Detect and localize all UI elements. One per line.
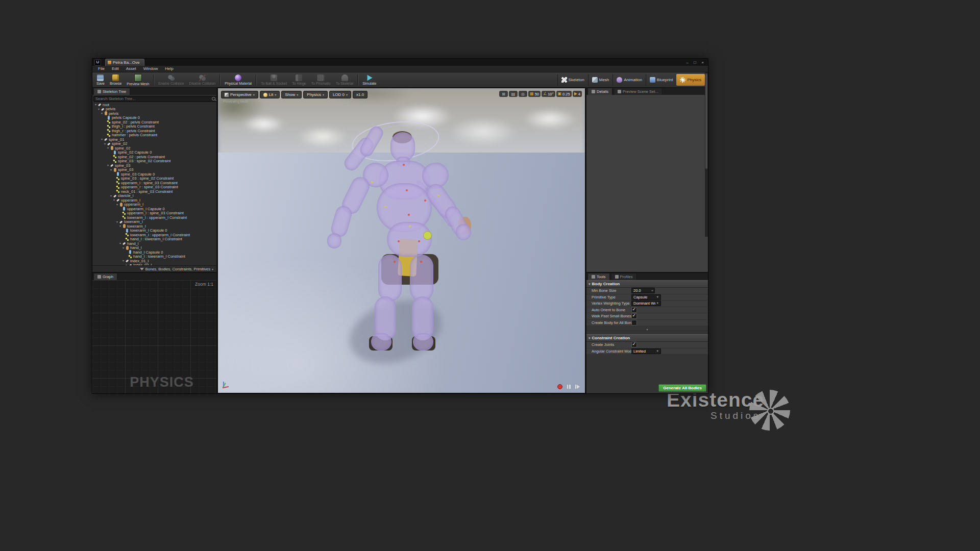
viewport-button[interactable]: Perspective: [221, 91, 258, 98]
maximize-button[interactable]: □: [691, 59, 699, 66]
toolbar-button[interactable]: To Prismatic: [309, 72, 333, 87]
expander-icon[interactable]: ▾: [115, 203, 119, 207]
generate-all-bodies-button[interactable]: Generate All Bodies: [658, 384, 706, 392]
tree-item[interactable]: ▾ spine_02: [92, 142, 216, 146]
tree-item[interactable]: spine_02 Capsule 0: [92, 151, 216, 155]
constraint-marker[interactable]: [424, 199, 426, 202]
create-body-all-bones-checkbox[interactable]: [631, 320, 637, 325]
mode-button[interactable]: Animation: [612, 74, 646, 86]
constraint-marker[interactable]: [394, 261, 396, 263]
expander-icon[interactable]: ▾: [103, 142, 107, 146]
physics-body-hand-r[interactable]: [327, 233, 341, 248]
green-ball-prop[interactable]: [423, 231, 432, 240]
tree-item[interactable]: spine_03 Capsule 0: [92, 172, 216, 177]
viewport-button[interactable]: x1.0: [353, 91, 368, 98]
menu-item[interactable]: Edit: [108, 66, 122, 72]
tab-graph[interactable]: Graph: [93, 273, 117, 280]
tree-item[interactable]: ▾ spine_02: [92, 146, 216, 151]
tree-item[interactable]: ▾ lowerarm_l: [92, 220, 216, 224]
tree-item[interactable]: lowerarm_l Capsule 0: [92, 229, 216, 233]
tree-item[interactable]: upperarm_l Capsule 0: [92, 207, 216, 211]
tree-item[interactable]: thigh_r : pelvis Constraint: [92, 129, 216, 133]
toolbar-button[interactable]: Physical Material: [222, 72, 254, 87]
walk-past-small-bones-checkbox[interactable]: [631, 313, 637, 319]
menu-item[interactable]: Asset: [122, 66, 140, 72]
tree-item[interactable]: ▾ pelvis: [92, 111, 216, 116]
close-button[interactable]: ×: [699, 59, 706, 66]
pause-button[interactable]: [567, 385, 571, 389]
viewport-button[interactable]: Show: [281, 91, 302, 98]
viewport-button[interactable]: LOD 0: [329, 91, 351, 98]
constraint-marker[interactable]: [409, 225, 411, 227]
camera-speed-control[interactable]: ▶ 4: [573, 91, 582, 97]
expander-icon[interactable]: ▾: [109, 168, 113, 172]
tree-item[interactable]: hand_l Capsule 0: [92, 250, 216, 255]
vertex-weighting-dropdown[interactable]: Dominant Weight▼: [631, 300, 661, 306]
step-forward-button[interactable]: [575, 385, 580, 389]
tree-item[interactable]: hand_l : lowerarm_l Constraint: [92, 237, 216, 242]
viewport[interactable]: Perspective Lit Show Physics LOD: [217, 88, 585, 393]
advanced-expander[interactable]: [586, 326, 708, 331]
tree-item[interactable]: lowerarm_l : upperarm_l Constraint: [92, 233, 216, 237]
screenshot-icon[interactable]: ◎: [519, 91, 527, 97]
tab-preview-scene-settings[interactable]: Preview Scene Set...: [614, 88, 663, 95]
tree-item[interactable]: upperarm_l : spine_03 Constraint: [92, 211, 216, 216]
mode-button[interactable]: Blueprint: [646, 74, 677, 86]
physics-body-thigh-l[interactable]: [378, 255, 402, 302]
tree-item[interactable]: ▾ root: [92, 103, 216, 107]
toolbar-button[interactable]: Save: [94, 72, 107, 87]
menu-item[interactable]: Window: [140, 66, 161, 72]
toolbar-button[interactable]: To Ball & Socket: [258, 72, 289, 87]
tree-filter-bar[interactable]: Bones, Bodies, Constraints, Primitives ▾: [92, 265, 216, 272]
tree-item[interactable]: upperarm_r : spine_03 Constraint: [92, 185, 216, 190]
tree-item[interactable]: upperarm_l : spine_03 Constraint: [92, 181, 216, 185]
section-body-creation[interactable]: Body Creation: [586, 280, 708, 288]
menu-item[interactable]: Help: [161, 66, 177, 72]
tree-item[interactable]: spine_02 : pelvis Constraint: [92, 155, 216, 159]
maximize-viewport-icon[interactable]: ⊞: [499, 91, 508, 97]
constraint-marker[interactable]: [406, 189, 408, 191]
toolbar-button[interactable]: Preview Mesh: [124, 72, 152, 87]
constraint-marker[interactable]: [384, 206, 386, 208]
grid-snap-control[interactable]: ▦ 50: [528, 91, 541, 97]
minimize-button[interactable]: –: [683, 59, 691, 66]
tab-tools[interactable]: Tools: [587, 273, 610, 280]
physics-body-hand-l[interactable]: [456, 224, 471, 240]
toolbar-button[interactable]: To Skeletal: [333, 72, 356, 87]
physics-body-foot-l[interactable]: [371, 333, 391, 350]
expander-icon[interactable]: ▾: [106, 146, 110, 150]
tree-item[interactable]: hand_l : lowerarm_l Constraint: [92, 255, 216, 259]
tree-item[interactable]: neck_01 : spine_03 Constraint: [92, 189, 216, 194]
expander-icon[interactable]: ▾: [112, 198, 116, 202]
toolbar-button[interactable]: Simulate: [360, 72, 379, 87]
auto-orient-checkbox[interactable]: [631, 307, 637, 313]
tree-item[interactable]: spine_03 : spine_02 Constraint: [92, 159, 216, 164]
expander-icon[interactable]: ▾: [100, 137, 104, 141]
tree-item[interactable]: ▾ hand_l: [92, 241, 216, 246]
toolbar-button[interactable]: Enable Collision: [156, 72, 186, 87]
section-constraint-creation[interactable]: Constraint Creation: [586, 334, 708, 342]
physics-body-foot-r[interactable]: [413, 333, 433, 350]
constraint-marker[interactable]: [403, 164, 405, 166]
expander-icon[interactable]: ▾: [118, 224, 122, 228]
title-bar[interactable]: Petra Ba...Ove – □ ×: [92, 59, 708, 66]
toolbar-button[interactable]: Disable Collision: [186, 72, 218, 87]
tree-item[interactable]: ▾ spine_01: [92, 137, 216, 142]
tree-item[interactable]: ▾ spine_03: [92, 163, 216, 168]
tree-item[interactable]: spine_02 : pelvis Constraint: [92, 120, 216, 124]
tab-skeleton-tree[interactable]: Skeleton Tree: [93, 88, 130, 95]
tree-scrollbar[interactable]: [705, 72, 708, 237]
expander-icon[interactable]: ▾: [125, 263, 128, 265]
scale-snap-control[interactable]: ▣ 0.25: [556, 91, 572, 97]
tab-details[interactable]: Details: [587, 88, 612, 95]
constraint-marker[interactable]: [371, 181, 373, 183]
tree-scrollbar-thumb[interactable]: [705, 73, 707, 169]
tree-item[interactable]: ▾ upperarm_l: [92, 198, 216, 203]
angular-constraint-mode-dropdown[interactable]: Limited▼: [631, 348, 661, 354]
expander-icon[interactable]: ▾: [94, 103, 97, 107]
primitive-type-dropdown[interactable]: Capsule▼: [631, 294, 661, 300]
expander-icon[interactable]: ▾: [121, 259, 125, 263]
constraint-marker[interactable]: [437, 194, 439, 196]
toolbar-button[interactable]: To Hinge: [289, 72, 309, 87]
realtime-icon[interactable]: ▤: [509, 91, 518, 97]
